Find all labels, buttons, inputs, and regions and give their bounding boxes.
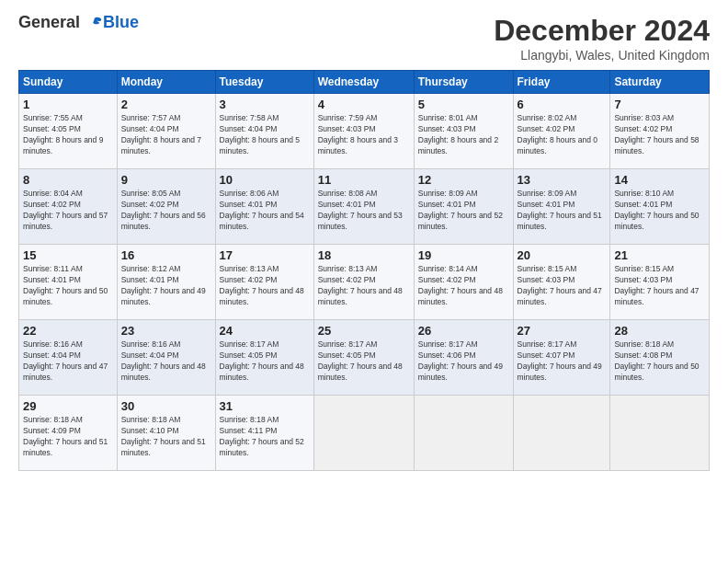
day-number: 11 [318,173,410,187]
day-number: 5 [418,98,509,111]
logo-blue: Blue [103,14,139,32]
calendar-cell: 5 Sunrise: 8:01 AM Sunset: 4:03 PM Dayli… [414,94,513,169]
calendar-header-thursday: Thursday [414,71,513,94]
calendar-cell: 1 Sunrise: 7:55 AM Sunset: 4:05 PM Dayli… [19,94,118,169]
day-number: 25 [318,324,410,338]
calendar-cell: 23 Sunrise: 8:16 AM Sunset: 4:04 PM Dayl… [117,320,215,396]
calendar-header-row: SundayMondayTuesdayWednesdayThursdayFrid… [19,71,710,94]
calendar-cell: 17 Sunrise: 8:13 AM Sunset: 4:02 PM Dayl… [215,245,313,320]
day-info: Sunrise: 8:15 AM Sunset: 4:03 PM Dayligh… [614,264,705,308]
day-number: 4 [318,98,410,111]
day-number: 15 [23,248,113,262]
day-info: Sunrise: 8:18 AM Sunset: 4:10 PM Dayligh… [121,415,211,459]
day-number: 30 [121,399,211,413]
calendar-cell: 10 Sunrise: 8:06 AM Sunset: 4:01 PM Dayl… [215,169,313,245]
day-info: Sunrise: 8:14 AM Sunset: 4:02 PM Dayligh… [418,264,509,308]
calendar-header-friday: Friday [513,71,610,94]
calendar-cell [610,396,710,471]
calendar-cell: 8 Sunrise: 8:04 AM Sunset: 4:02 PM Dayli… [19,169,118,245]
day-number: 22 [23,324,113,338]
calendar-cell: 26 Sunrise: 8:17 AM Sunset: 4:06 PM Dayl… [414,320,513,396]
day-number: 24 [220,324,310,338]
day-number: 31 [220,399,310,413]
day-info: Sunrise: 8:16 AM Sunset: 4:04 PM Dayligh… [121,339,211,384]
day-info: Sunrise: 8:16 AM Sunset: 4:04 PM Dayligh… [23,339,113,384]
day-info: Sunrise: 8:06 AM Sunset: 4:01 PM Dayligh… [220,189,310,233]
day-number: 29 [23,399,113,413]
calendar-cell: 6 Sunrise: 8:02 AM Sunset: 4:02 PM Dayli… [513,94,610,169]
day-info: Sunrise: 8:04 AM Sunset: 4:02 PM Dayligh… [23,189,113,233]
day-info: Sunrise: 8:18 AM Sunset: 4:11 PM Dayligh… [220,415,310,459]
day-number: 3 [220,98,310,111]
day-info: Sunrise: 8:01 AM Sunset: 4:03 PM Dayligh… [418,113,509,157]
day-number: 13 [518,173,607,187]
day-number: 23 [121,324,211,338]
calendar-cell [513,396,610,471]
day-info: Sunrise: 7:55 AM Sunset: 4:05 PM Dayligh… [23,113,113,157]
day-number: 1 [23,98,113,111]
calendar-cell: 13 Sunrise: 8:09 AM Sunset: 4:01 PM Dayl… [513,169,610,245]
calendar-cell: 20 Sunrise: 8:15 AM Sunset: 4:03 PM Dayl… [513,245,610,320]
day-number: 21 [614,248,705,262]
day-number: 26 [418,324,509,338]
logo-bird-icon [86,15,103,31]
calendar-cell: 22 Sunrise: 8:16 AM Sunset: 4:04 PM Dayl… [19,320,118,396]
day-number: 7 [614,98,705,111]
day-info: Sunrise: 8:05 AM Sunset: 4:02 PM Dayligh… [121,189,211,233]
calendar-cell: 25 Sunrise: 8:17 AM Sunset: 4:05 PM Dayl… [313,320,414,396]
day-info: Sunrise: 8:03 AM Sunset: 4:02 PM Dayligh… [614,113,705,157]
calendar-cell: 29 Sunrise: 8:18 AM Sunset: 4:09 PM Dayl… [19,396,118,471]
day-info: Sunrise: 8:17 AM Sunset: 4:05 PM Dayligh… [318,339,410,384]
calendar-header-saturday: Saturday [610,71,710,94]
calendar-header-wednesday: Wednesday [313,71,414,94]
calendar-body: 1 Sunrise: 7:55 AM Sunset: 4:05 PM Dayli… [19,94,710,471]
calendar-cell: 3 Sunrise: 7:58 AM Sunset: 4:04 PM Dayli… [215,94,313,169]
calendar-cell: 27 Sunrise: 8:17 AM Sunset: 4:07 PM Dayl… [513,320,610,396]
logo: General Blue [18,14,139,32]
calendar-cell [414,396,513,471]
logo-general: General [18,13,80,31]
calendar-cell [313,396,414,471]
calendar-cell: 4 Sunrise: 7:59 AM Sunset: 4:03 PM Dayli… [313,94,414,169]
calendar-cell: 2 Sunrise: 7:57 AM Sunset: 4:04 PM Dayli… [117,94,215,169]
calendar-cell: 21 Sunrise: 8:15 AM Sunset: 4:03 PM Dayl… [610,245,710,320]
day-number: 2 [121,98,211,111]
day-info: Sunrise: 8:17 AM Sunset: 4:07 PM Dayligh… [518,339,607,384]
day-number: 20 [518,248,607,262]
day-info: Sunrise: 8:18 AM Sunset: 4:09 PM Dayligh… [23,415,113,459]
page-header: General Blue December 2024 Llangybi, Wal… [18,14,710,63]
day-info: Sunrise: 8:13 AM Sunset: 4:02 PM Dayligh… [220,264,310,308]
calendar-cell: 14 Sunrise: 8:10 AM Sunset: 4:01 PM Dayl… [610,169,710,245]
calendar-cell: 11 Sunrise: 8:08 AM Sunset: 4:01 PM Dayl… [313,169,414,245]
title-block: December 2024 Llangybi, Wales, United Ki… [494,14,710,63]
day-number: 14 [614,173,705,187]
calendar-cell: 31 Sunrise: 8:18 AM Sunset: 4:11 PM Dayl… [215,396,313,471]
day-info: Sunrise: 8:02 AM Sunset: 4:02 PM Dayligh… [518,113,607,157]
day-number: 27 [518,324,607,338]
day-number: 12 [418,173,509,187]
day-info: Sunrise: 7:57 AM Sunset: 4:04 PM Dayligh… [121,113,211,157]
day-info: Sunrise: 8:10 AM Sunset: 4:01 PM Dayligh… [614,189,705,233]
day-number: 8 [23,173,113,187]
day-info: Sunrise: 8:13 AM Sunset: 4:02 PM Dayligh… [318,264,410,308]
location: Llangybi, Wales, United Kingdom [494,48,710,63]
calendar-header-monday: Monday [117,71,215,94]
calendar-cell: 30 Sunrise: 8:18 AM Sunset: 4:10 PM Dayl… [117,396,215,471]
day-info: Sunrise: 8:12 AM Sunset: 4:01 PM Dayligh… [121,264,211,308]
day-info: Sunrise: 8:08 AM Sunset: 4:01 PM Dayligh… [318,189,410,233]
calendar-cell: 18 Sunrise: 8:13 AM Sunset: 4:02 PM Dayl… [313,245,414,320]
calendar-week-row: 15 Sunrise: 8:11 AM Sunset: 4:01 PM Dayl… [19,245,710,320]
day-info: Sunrise: 8:17 AM Sunset: 4:05 PM Dayligh… [220,339,310,384]
calendar-cell: 19 Sunrise: 8:14 AM Sunset: 4:02 PM Dayl… [414,245,513,320]
day-number: 9 [121,173,211,187]
day-info: Sunrise: 8:15 AM Sunset: 4:03 PM Dayligh… [518,264,607,308]
calendar-cell: 24 Sunrise: 8:17 AM Sunset: 4:05 PM Dayl… [215,320,313,396]
calendar-header-sunday: Sunday [19,71,118,94]
calendar-week-row: 29 Sunrise: 8:18 AM Sunset: 4:09 PM Dayl… [19,396,710,471]
calendar-week-row: 22 Sunrise: 8:16 AM Sunset: 4:04 PM Dayl… [19,320,710,396]
day-number: 18 [318,248,410,262]
day-info: Sunrise: 8:11 AM Sunset: 4:01 PM Dayligh… [23,264,113,308]
month-title: December 2024 [494,14,710,48]
calendar-cell: 9 Sunrise: 8:05 AM Sunset: 4:02 PM Dayli… [117,169,215,245]
calendar-cell: 7 Sunrise: 8:03 AM Sunset: 4:02 PM Dayli… [610,94,710,169]
